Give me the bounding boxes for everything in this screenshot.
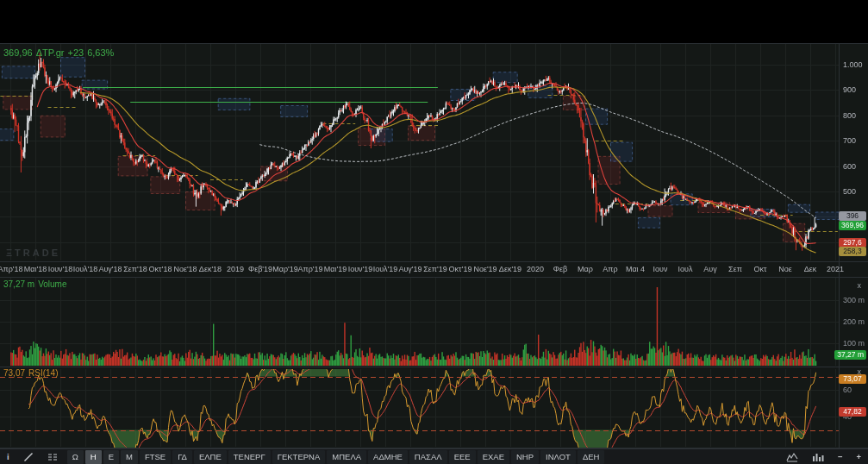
- chart-style-bars-button[interactable]: [806, 450, 830, 464]
- ticker-pasal-button[interactable]: ΠΑΣΑΛ: [409, 450, 447, 464]
- bar-chart-icon: [812, 452, 824, 462]
- bottom-toolbar: i Ω Η Ε Μ FTSE ΓΔ ΕΛΠΕ ΤΕΝΕΡΓ ΓΕΚΤΕΡΝΑ Μ…: [0, 448, 868, 464]
- draw-line-button[interactable]: [17, 450, 40, 464]
- rsi-signal-axis-badge: 47,82: [839, 407, 866, 417]
- timeframe-monthly-button[interactable]: Μ: [121, 450, 138, 464]
- info-button[interactable]: i: [1, 450, 16, 464]
- zoom-out-button[interactable]: −: [832, 450, 849, 464]
- ticker-elpe-button[interactable]: ΕΛΠΕ: [194, 450, 227, 464]
- rsi-panel-close-icon[interactable]: x: [858, 368, 862, 375]
- ma-white-axis-badge: 396: [839, 211, 866, 221]
- chart-canvas[interactable]: [0, 0, 868, 448]
- last-price-axis-badge: 369,96: [839, 221, 866, 230]
- ma-yellow-axis-badge: 258,3: [839, 247, 866, 256]
- chart-style-line-button[interactable]: [780, 450, 804, 464]
- ticker-admie-button[interactable]: ΑΔΜΗΕ: [368, 450, 408, 464]
- trading-app: 369,96ΔTP.gr+236,63% ΞTRADE 37,27 mVolum…: [0, 0, 868, 464]
- volume-axis-badge: 37,27 m: [834, 350, 866, 360]
- ticker-ftse-button[interactable]: FTSE: [140, 450, 171, 464]
- trendline-icon: [23, 452, 34, 462]
- list-icon: [47, 452, 59, 462]
- ticker-deh-button[interactable]: ΔΕΗ: [578, 450, 605, 464]
- ticker-inlot-button[interactable]: ΙΝΛΟΤ: [540, 450, 576, 464]
- ticker-eee-button[interactable]: ΕΕΕ: [449, 450, 476, 464]
- timeframe-weekly-button[interactable]: Ε: [103, 450, 119, 464]
- ticker-gekterna-button[interactable]: ΓΕΚΤΕΡΝΑ: [272, 450, 326, 464]
- ticker-exae-button[interactable]: ΕΧΑΕ: [478, 450, 509, 464]
- ticker-gd-button[interactable]: ΓΔ: [172, 450, 192, 464]
- indicator-list-button[interactable]: [41, 450, 66, 464]
- zoom-in-button[interactable]: +: [850, 450, 867, 464]
- ticker-tenerg-button[interactable]: ΤΕΝΕΡΓ: [228, 450, 271, 464]
- timeframe-hourly-button[interactable]: Ω: [67, 450, 84, 464]
- volume-panel-close-icon[interactable]: x: [858, 282, 862, 289]
- ticker-nhr-button[interactable]: ΝΗΡ: [511, 450, 539, 464]
- rsi-axis-badge: 73,07: [839, 374, 866, 384]
- timeframe-daily-button[interactable]: Η: [85, 450, 102, 464]
- line-chart-icon: [786, 452, 798, 462]
- ticker-mpela-button[interactable]: ΜΠΕΛΑ: [327, 450, 366, 464]
